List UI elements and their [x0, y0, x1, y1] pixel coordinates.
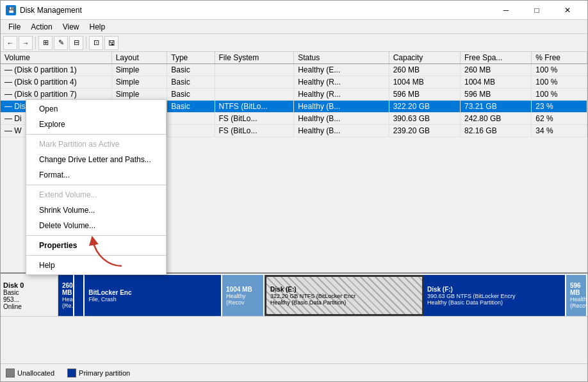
- volume-icon: —: [4, 126, 14, 135]
- toolbar-btn-4[interactable]: ⊡: [89, 36, 103, 50]
- close-button[interactable]: ✕: [553, 1, 582, 20]
- partition-disk-f[interactable]: Disk (F:) 390.63 GB NTFS (BitLocker Encr…: [423, 275, 566, 316]
- toolbar-btn-1[interactable]: ⊞: [38, 36, 53, 50]
- disk-status-0: Online: [3, 303, 55, 310]
- menu-action[interactable]: Action: [26, 21, 57, 33]
- col-type: Type: [167, 52, 215, 64]
- window-title: Disk Management: [20, 6, 82, 15]
- app-icon: 💾: [6, 5, 16, 15]
- table-header-row: Volume Layout Type File System Status Ca…: [1, 52, 587, 64]
- arrow-indicator: [83, 231, 135, 271]
- disk-size-0: 953...: [3, 296, 55, 303]
- title-bar-left: 💾 Disk Management: [6, 5, 82, 15]
- legend-unalloc-box: [6, 369, 15, 378]
- col-status: Status: [294, 52, 389, 64]
- menu-file[interactable]: File: [3, 21, 26, 33]
- disk-info-0: Basic: [3, 289, 55, 296]
- legend-primary-box: [67, 369, 76, 378]
- legend-unalloc-label: Unallocated: [17, 369, 54, 377]
- volume-icon: —: [4, 90, 14, 99]
- col-freespace: Free Spa...: [461, 52, 532, 64]
- context-menu-item-shrink-volume[interactable]: Shrink Volume...: [26, 203, 166, 218]
- forward-button[interactable]: →: [19, 36, 33, 50]
- toolbar-btn-5[interactable]: 🖫: [104, 36, 118, 50]
- toolbar-btn-2[interactable]: ✎: [54, 36, 68, 50]
- partition-1[interactable]: 260 MB Healthy (Re...): [58, 275, 74, 316]
- volume-icon: —: [4, 65, 14, 74]
- partition-3[interactable]: BitLocker Enc File, Crash: [85, 275, 222, 316]
- legend-unallocated: Unallocated: [6, 369, 54, 378]
- volume-icon: —: [4, 114, 14, 123]
- context-menu-separator: [26, 134, 166, 135]
- disk-row-0: Disk 0 Basic 953... Online 260 MB Health…: [1, 275, 587, 317]
- table-row[interactable]: — (Disk 0 partition 1)SimpleBasicHealthy…: [1, 64, 587, 76]
- context-menu-item-explore[interactable]: Explore: [26, 117, 166, 132]
- back-button[interactable]: ←: [3, 36, 17, 50]
- disk-partitions-0: 260 MB Healthy (Re...) BitLocker Enc Fil…: [58, 275, 587, 316]
- toolbar: ← → ⊞ ✎ ⊟ ⊡ 🖫: [1, 34, 587, 52]
- col-pctfree: % Free: [532, 52, 587, 64]
- context-menu-item-format[interactable]: Format...: [26, 167, 166, 183]
- partition-disk-e[interactable]: Disk (E:) 322.20 GB NTFS (BitLocker Encr…: [265, 275, 423, 316]
- volume-icon: —: [4, 78, 14, 87]
- context-menu-separator: [26, 185, 166, 185]
- toolbar-sep-2: [86, 37, 86, 49]
- legend-primary-label: Primary partition: [79, 369, 130, 377]
- toolbar-btn-3[interactable]: ⊟: [69, 36, 83, 50]
- col-volume: Volume: [1, 52, 111, 64]
- title-bar: 💾 Disk Management ─ □ ✕: [1, 1, 587, 20]
- maximize-button[interactable]: □: [522, 1, 551, 20]
- partition-last[interactable]: 596 MB Healthy (Recov: [566, 275, 587, 316]
- context-menu-item-extend-volume: Extend Volume...: [26, 187, 166, 203]
- context-menu-item-open[interactable]: Open: [26, 101, 166, 117]
- col-capacity: Capacity: [389, 52, 460, 64]
- disk-map-area: Disk 0 Basic 953... Online 260 MB Health…: [1, 274, 587, 363]
- partition-4[interactable]: 1004 MB Healthy (Recov: [222, 275, 265, 316]
- disk-label-0: Disk 0 Basic 953... Online: [1, 275, 58, 316]
- minimize-button[interactable]: ─: [491, 1, 521, 20]
- table-row[interactable]: — (Disk 0 partition 7)SimpleBasicHealthy…: [1, 88, 587, 101]
- window-controls: ─ □ ✕: [491, 1, 582, 20]
- table-row[interactable]: — (Disk 0 partition 4)SimpleBasicHealthy…: [1, 76, 587, 88]
- col-filesystem: File System: [215, 52, 294, 64]
- disk-name-0: Disk 0: [3, 281, 55, 289]
- legend-primary: Primary partition: [67, 369, 130, 378]
- menu-help[interactable]: Help: [85, 21, 111, 33]
- toolbar-sep-1: [35, 37, 36, 49]
- menu-view[interactable]: View: [58, 21, 85, 33]
- partition-2[interactable]: [74, 275, 85, 316]
- menu-bar: File Action View Help: [1, 20, 587, 34]
- col-layout: Layout: [111, 52, 167, 64]
- status-bar: Unallocated Primary partition: [1, 363, 587, 381]
- context-menu-item-change-drive-letter[interactable]: Change Drive Letter and Paths...: [26, 152, 166, 167]
- context-menu-item-mark-active: Mark Partition as Active: [26, 137, 166, 152]
